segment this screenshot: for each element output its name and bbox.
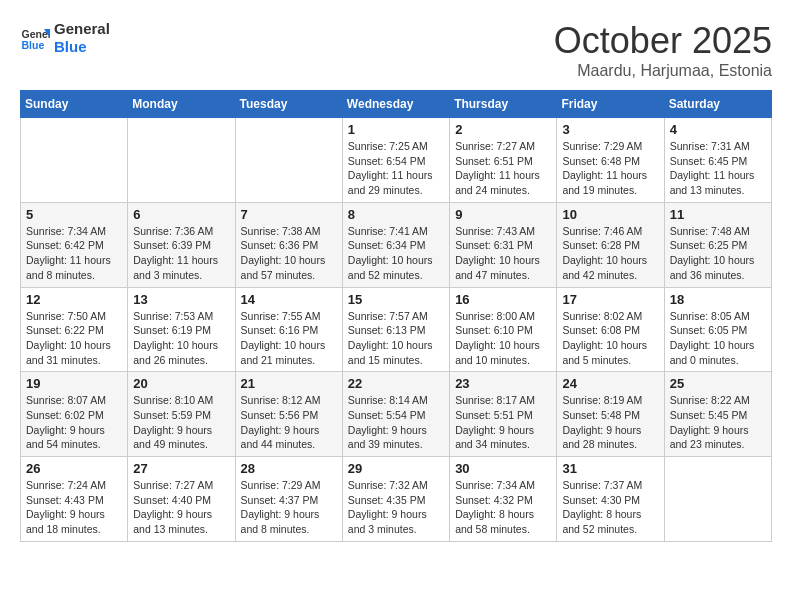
calendar-cell: 15Sunrise: 7:57 AMSunset: 6:13 PMDayligh… [342, 287, 449, 372]
calendar-cell: 9Sunrise: 7:43 AMSunset: 6:31 PMDaylight… [450, 202, 557, 287]
day-number: 26 [26, 461, 122, 476]
calendar-cell: 28Sunrise: 7:29 AMSunset: 4:37 PMDayligh… [235, 457, 342, 542]
day-number: 28 [241, 461, 337, 476]
day-info: Sunrise: 7:29 AMSunset: 6:48 PMDaylight:… [562, 139, 658, 198]
calendar-cell: 10Sunrise: 7:46 AMSunset: 6:28 PMDayligh… [557, 202, 664, 287]
day-number: 13 [133, 292, 229, 307]
day-number: 2 [455, 122, 551, 137]
day-info: Sunrise: 7:27 AMSunset: 6:51 PMDaylight:… [455, 139, 551, 198]
weekday-header: Monday [128, 91, 235, 118]
calendar-week-row: 26Sunrise: 7:24 AMSunset: 4:43 PMDayligh… [21, 457, 772, 542]
calendar-cell [128, 118, 235, 203]
day-number: 4 [670, 122, 766, 137]
day-number: 29 [348, 461, 444, 476]
day-info: Sunrise: 7:37 AMSunset: 4:30 PMDaylight:… [562, 478, 658, 537]
day-info: Sunrise: 7:57 AMSunset: 6:13 PMDaylight:… [348, 309, 444, 368]
day-number: 27 [133, 461, 229, 476]
day-number: 23 [455, 376, 551, 391]
day-info: Sunrise: 7:50 AMSunset: 6:22 PMDaylight:… [26, 309, 122, 368]
day-info: Sunrise: 8:00 AMSunset: 6:10 PMDaylight:… [455, 309, 551, 368]
calendar-cell: 20Sunrise: 8:10 AMSunset: 5:59 PMDayligh… [128, 372, 235, 457]
calendar-week-row: 5Sunrise: 7:34 AMSunset: 6:42 PMDaylight… [21, 202, 772, 287]
title-block: October 2025 Maardu, Harjumaa, Estonia [554, 20, 772, 80]
calendar-cell: 24Sunrise: 8:19 AMSunset: 5:48 PMDayligh… [557, 372, 664, 457]
weekday-header-row: SundayMondayTuesdayWednesdayThursdayFrid… [21, 91, 772, 118]
weekday-header: Thursday [450, 91, 557, 118]
logo: General Blue General Blue [20, 20, 110, 56]
weekday-header: Wednesday [342, 91, 449, 118]
calendar-cell: 23Sunrise: 8:17 AMSunset: 5:51 PMDayligh… [450, 372, 557, 457]
weekday-header: Tuesday [235, 91, 342, 118]
day-info: Sunrise: 7:34 AMSunset: 4:32 PMDaylight:… [455, 478, 551, 537]
day-info: Sunrise: 8:22 AMSunset: 5:45 PMDaylight:… [670, 393, 766, 452]
day-number: 11 [670, 207, 766, 222]
day-number: 5 [26, 207, 122, 222]
day-info: Sunrise: 7:36 AMSunset: 6:39 PMDaylight:… [133, 224, 229, 283]
location: Maardu, Harjumaa, Estonia [554, 62, 772, 80]
calendar-cell: 4Sunrise: 7:31 AMSunset: 6:45 PMDaylight… [664, 118, 771, 203]
calendar-cell: 27Sunrise: 7:27 AMSunset: 4:40 PMDayligh… [128, 457, 235, 542]
day-info: Sunrise: 7:34 AMSunset: 6:42 PMDaylight:… [26, 224, 122, 283]
calendar-cell: 2Sunrise: 7:27 AMSunset: 6:51 PMDaylight… [450, 118, 557, 203]
day-info: Sunrise: 7:29 AMSunset: 4:37 PMDaylight:… [241, 478, 337, 537]
calendar-cell: 14Sunrise: 7:55 AMSunset: 6:16 PMDayligh… [235, 287, 342, 372]
day-number: 24 [562, 376, 658, 391]
weekday-header: Saturday [664, 91, 771, 118]
calendar-cell: 26Sunrise: 7:24 AMSunset: 4:43 PMDayligh… [21, 457, 128, 542]
day-info: Sunrise: 7:24 AMSunset: 4:43 PMDaylight:… [26, 478, 122, 537]
day-info: Sunrise: 7:43 AMSunset: 6:31 PMDaylight:… [455, 224, 551, 283]
calendar-cell: 25Sunrise: 8:22 AMSunset: 5:45 PMDayligh… [664, 372, 771, 457]
calendar-cell: 16Sunrise: 8:00 AMSunset: 6:10 PMDayligh… [450, 287, 557, 372]
day-info: Sunrise: 8:14 AMSunset: 5:54 PMDaylight:… [348, 393, 444, 452]
svg-text:Blue: Blue [22, 39, 45, 51]
day-number: 15 [348, 292, 444, 307]
calendar-cell [21, 118, 128, 203]
calendar-cell: 1Sunrise: 7:25 AMSunset: 6:54 PMDaylight… [342, 118, 449, 203]
day-info: Sunrise: 7:27 AMSunset: 4:40 PMDaylight:… [133, 478, 229, 537]
calendar-week-row: 12Sunrise: 7:50 AMSunset: 6:22 PMDayligh… [21, 287, 772, 372]
day-number: 31 [562, 461, 658, 476]
calendar-cell: 6Sunrise: 7:36 AMSunset: 6:39 PMDaylight… [128, 202, 235, 287]
calendar-cell [664, 457, 771, 542]
weekday-header: Friday [557, 91, 664, 118]
day-number: 17 [562, 292, 658, 307]
day-info: Sunrise: 7:41 AMSunset: 6:34 PMDaylight:… [348, 224, 444, 283]
calendar-cell: 22Sunrise: 8:14 AMSunset: 5:54 PMDayligh… [342, 372, 449, 457]
calendar-cell: 3Sunrise: 7:29 AMSunset: 6:48 PMDaylight… [557, 118, 664, 203]
day-number: 14 [241, 292, 337, 307]
day-number: 20 [133, 376, 229, 391]
calendar-cell: 17Sunrise: 8:02 AMSunset: 6:08 PMDayligh… [557, 287, 664, 372]
calendar-cell: 12Sunrise: 7:50 AMSunset: 6:22 PMDayligh… [21, 287, 128, 372]
day-info: Sunrise: 8:07 AMSunset: 6:02 PMDaylight:… [26, 393, 122, 452]
day-info: Sunrise: 8:19 AMSunset: 5:48 PMDaylight:… [562, 393, 658, 452]
day-number: 12 [26, 292, 122, 307]
day-number: 25 [670, 376, 766, 391]
day-number: 21 [241, 376, 337, 391]
logo-line2: Blue [54, 38, 110, 56]
day-number: 1 [348, 122, 444, 137]
calendar-week-row: 19Sunrise: 8:07 AMSunset: 6:02 PMDayligh… [21, 372, 772, 457]
day-number: 10 [562, 207, 658, 222]
day-number: 8 [348, 207, 444, 222]
day-info: Sunrise: 7:53 AMSunset: 6:19 PMDaylight:… [133, 309, 229, 368]
day-info: Sunrise: 7:55 AMSunset: 6:16 PMDaylight:… [241, 309, 337, 368]
day-info: Sunrise: 8:17 AMSunset: 5:51 PMDaylight:… [455, 393, 551, 452]
calendar-cell: 31Sunrise: 7:37 AMSunset: 4:30 PMDayligh… [557, 457, 664, 542]
calendar: SundayMondayTuesdayWednesdayThursdayFrid… [20, 90, 772, 542]
calendar-cell: 19Sunrise: 8:07 AMSunset: 6:02 PMDayligh… [21, 372, 128, 457]
day-number: 22 [348, 376, 444, 391]
calendar-cell: 5Sunrise: 7:34 AMSunset: 6:42 PMDaylight… [21, 202, 128, 287]
calendar-cell: 30Sunrise: 7:34 AMSunset: 4:32 PMDayligh… [450, 457, 557, 542]
month-title: October 2025 [554, 20, 772, 62]
day-info: Sunrise: 8:10 AMSunset: 5:59 PMDaylight:… [133, 393, 229, 452]
day-info: Sunrise: 7:31 AMSunset: 6:45 PMDaylight:… [670, 139, 766, 198]
day-info: Sunrise: 7:32 AMSunset: 4:35 PMDaylight:… [348, 478, 444, 537]
logo-line1: General [54, 20, 110, 38]
day-number: 9 [455, 207, 551, 222]
day-number: 16 [455, 292, 551, 307]
calendar-cell: 7Sunrise: 7:38 AMSunset: 6:36 PMDaylight… [235, 202, 342, 287]
calendar-cell: 13Sunrise: 7:53 AMSunset: 6:19 PMDayligh… [128, 287, 235, 372]
calendar-cell: 11Sunrise: 7:48 AMSunset: 6:25 PMDayligh… [664, 202, 771, 287]
logo-icon: General Blue [20, 23, 50, 53]
calendar-cell: 8Sunrise: 7:41 AMSunset: 6:34 PMDaylight… [342, 202, 449, 287]
